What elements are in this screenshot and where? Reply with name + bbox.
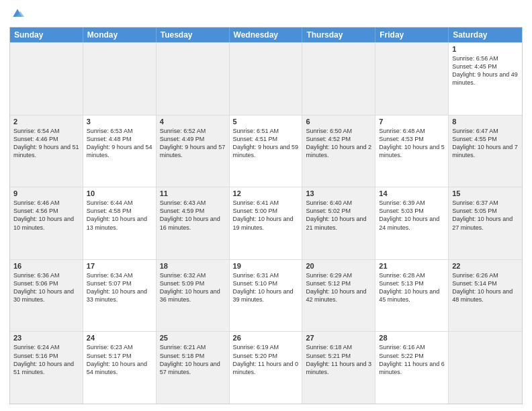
day-cell-3: 3Sunrise: 6:53 AM Sunset: 4:48 PM Daylig… — [83, 116, 157, 187]
day-number: 10 — [87, 189, 152, 197]
weekday-header-saturday: Saturday — [449, 28, 522, 42]
logo-icon — [11, 7, 24, 20]
empty-cell-0-3 — [230, 43, 303, 115]
day-cell-26: 26Sunrise: 6:19 AM Sunset: 5:20 PM Dayli… — [230, 332, 303, 404]
day-number: 2 — [13, 118, 79, 126]
calendar-header: SundayMondayTuesdayWednesdayThursdayFrid… — [10, 28, 522, 42]
day-cell-10: 10Sunrise: 6:44 AM Sunset: 4:58 PM Dayli… — [83, 187, 157, 259]
day-cell-16: 16Sunrise: 6:36 AM Sunset: 5:06 PM Dayli… — [10, 260, 83, 332]
day-info: Sunrise: 6:39 AM Sunset: 5:03 PM Dayligh… — [379, 199, 445, 232]
day-cell-17: 17Sunrise: 6:34 AM Sunset: 5:07 PM Dayli… — [83, 260, 157, 332]
day-info: Sunrise: 6:47 AM Sunset: 4:55 PM Dayligh… — [452, 127, 519, 160]
day-number: 15 — [452, 189, 519, 197]
day-info: Sunrise: 6:18 AM Sunset: 5:21 PM Dayligh… — [306, 343, 371, 376]
day-cell-11: 11Sunrise: 6:43 AM Sunset: 4:59 PM Dayli… — [157, 187, 230, 259]
day-cell-1: 1Sunrise: 6:56 AM Sunset: 4:45 PM Daylig… — [449, 43, 522, 115]
day-cell-22: 22Sunrise: 6:26 AM Sunset: 5:14 PM Dayli… — [449, 260, 522, 332]
weekday-header-sunday: Sunday — [10, 28, 83, 42]
empty-cell-0-2 — [157, 43, 230, 115]
header — [9, 8, 523, 21]
day-info: Sunrise: 6:28 AM Sunset: 5:13 PM Dayligh… — [379, 271, 445, 304]
weekday-header-thursday: Thursday — [302, 28, 375, 42]
day-cell-7: 7Sunrise: 6:48 AM Sunset: 4:53 PM Daylig… — [375, 116, 449, 187]
day-info: Sunrise: 6:32 AM Sunset: 5:09 PM Dayligh… — [160, 271, 226, 304]
day-info: Sunrise: 6:24 AM Sunset: 5:16 PM Dayligh… — [13, 343, 79, 376]
day-number: 8 — [452, 118, 519, 126]
day-cell-8: 8Sunrise: 6:47 AM Sunset: 4:55 PM Daylig… — [449, 116, 522, 187]
day-number: 19 — [233, 262, 299, 270]
day-info: Sunrise: 6:54 AM Sunset: 4:46 PM Dayligh… — [13, 127, 79, 160]
day-number: 13 — [306, 189, 371, 197]
calendar-row-0: 1Sunrise: 6:56 AM Sunset: 4:45 PM Daylig… — [10, 42, 522, 115]
day-number: 22 — [452, 262, 519, 270]
day-info: Sunrise: 6:43 AM Sunset: 4:59 PM Dayligh… — [160, 199, 226, 232]
day-cell-18: 18Sunrise: 6:32 AM Sunset: 5:09 PM Dayli… — [157, 260, 230, 332]
day-number: 24 — [87, 334, 152, 342]
empty-cell-0-1 — [83, 43, 157, 115]
day-info: Sunrise: 6:44 AM Sunset: 4:58 PM Dayligh… — [87, 199, 152, 232]
empty-cell-0-0 — [10, 43, 83, 115]
empty-cell-0-5 — [375, 43, 449, 115]
day-info: Sunrise: 6:46 AM Sunset: 4:56 PM Dayligh… — [13, 199, 79, 232]
day-cell-21: 21Sunrise: 6:28 AM Sunset: 5:13 PM Dayli… — [375, 260, 449, 332]
day-info: Sunrise: 6:23 AM Sunset: 5:17 PM Dayligh… — [87, 343, 152, 376]
weekday-header-monday: Monday — [83, 28, 157, 42]
day-number: 26 — [233, 334, 299, 342]
day-number: 5 — [233, 118, 299, 126]
day-info: Sunrise: 6:37 AM Sunset: 5:05 PM Dayligh… — [452, 199, 519, 232]
day-number: 6 — [306, 118, 371, 126]
day-info: Sunrise: 6:21 AM Sunset: 5:18 PM Dayligh… — [160, 343, 226, 376]
day-info: Sunrise: 6:31 AM Sunset: 5:10 PM Dayligh… — [233, 271, 299, 304]
day-info: Sunrise: 6:48 AM Sunset: 4:53 PM Dayligh… — [379, 127, 445, 160]
day-cell-15: 15Sunrise: 6:37 AM Sunset: 5:05 PM Dayli… — [449, 187, 522, 259]
day-number: 23 — [13, 334, 79, 342]
day-info: Sunrise: 6:56 AM Sunset: 4:45 PM Dayligh… — [452, 54, 519, 87]
day-number: 11 — [160, 189, 226, 197]
day-info: Sunrise: 6:40 AM Sunset: 5:02 PM Dayligh… — [306, 199, 371, 232]
day-number: 9 — [13, 189, 79, 197]
empty-cell-4-6 — [449, 332, 522, 404]
day-cell-9: 9Sunrise: 6:46 AM Sunset: 4:56 PM Daylig… — [10, 187, 83, 259]
day-number: 7 — [379, 118, 445, 126]
day-number: 16 — [13, 262, 79, 270]
day-number: 1 — [452, 45, 519, 53]
day-info: Sunrise: 6:50 AM Sunset: 4:52 PM Dayligh… — [306, 127, 371, 160]
calendar: SundayMondayTuesdayWednesdayThursdayFrid… — [9, 27, 523, 404]
day-cell-14: 14Sunrise: 6:39 AM Sunset: 5:03 PM Dayli… — [375, 187, 449, 259]
logo — [9, 8, 24, 21]
day-info: Sunrise: 6:26 AM Sunset: 5:14 PM Dayligh… — [452, 271, 519, 304]
day-cell-12: 12Sunrise: 6:41 AM Sunset: 5:00 PM Dayli… — [230, 187, 303, 259]
day-info: Sunrise: 6:16 AM Sunset: 5:22 PM Dayligh… — [379, 343, 445, 376]
weekday-header-friday: Friday — [375, 28, 449, 42]
day-info: Sunrise: 6:36 AM Sunset: 5:06 PM Dayligh… — [13, 271, 79, 304]
day-info: Sunrise: 6:53 AM Sunset: 4:48 PM Dayligh… — [87, 127, 152, 160]
day-info: Sunrise: 6:52 AM Sunset: 4:49 PM Dayligh… — [160, 127, 226, 160]
day-cell-19: 19Sunrise: 6:31 AM Sunset: 5:10 PM Dayli… — [230, 260, 303, 332]
day-cell-28: 28Sunrise: 6:16 AM Sunset: 5:22 PM Dayli… — [375, 332, 449, 404]
day-cell-24: 24Sunrise: 6:23 AM Sunset: 5:17 PM Dayli… — [83, 332, 157, 404]
day-number: 21 — [379, 262, 445, 270]
day-cell-5: 5Sunrise: 6:51 AM Sunset: 4:51 PM Daylig… — [230, 116, 303, 187]
day-info: Sunrise: 6:29 AM Sunset: 5:12 PM Dayligh… — [306, 271, 371, 304]
day-number: 4 — [160, 118, 226, 126]
day-number: 28 — [379, 334, 445, 342]
day-number: 27 — [306, 334, 371, 342]
day-info: Sunrise: 6:41 AM Sunset: 5:00 PM Dayligh… — [233, 199, 299, 232]
day-number: 17 — [87, 262, 152, 270]
page: SundayMondayTuesdayWednesdayThursdayFrid… — [0, 0, 532, 411]
calendar-row-2: 9Sunrise: 6:46 AM Sunset: 4:56 PM Daylig… — [10, 187, 522, 259]
day-cell-25: 25Sunrise: 6:21 AM Sunset: 5:18 PM Dayli… — [157, 332, 230, 404]
day-number: 12 — [233, 189, 299, 197]
day-number: 18 — [160, 262, 226, 270]
weekday-header-tuesday: Tuesday — [157, 28, 230, 42]
calendar-body: 1Sunrise: 6:56 AM Sunset: 4:45 PM Daylig… — [10, 42, 522, 404]
weekday-header-wednesday: Wednesday — [230, 28, 303, 42]
day-cell-6: 6Sunrise: 6:50 AM Sunset: 4:52 PM Daylig… — [302, 116, 375, 187]
day-info: Sunrise: 6:51 AM Sunset: 4:51 PM Dayligh… — [233, 127, 299, 160]
day-cell-27: 27Sunrise: 6:18 AM Sunset: 5:21 PM Dayli… — [302, 332, 375, 404]
day-number: 14 — [379, 189, 445, 197]
day-number: 20 — [306, 262, 371, 270]
empty-cell-0-4 — [302, 43, 375, 115]
day-cell-20: 20Sunrise: 6:29 AM Sunset: 5:12 PM Dayli… — [302, 260, 375, 332]
day-info: Sunrise: 6:34 AM Sunset: 5:07 PM Dayligh… — [87, 271, 152, 304]
